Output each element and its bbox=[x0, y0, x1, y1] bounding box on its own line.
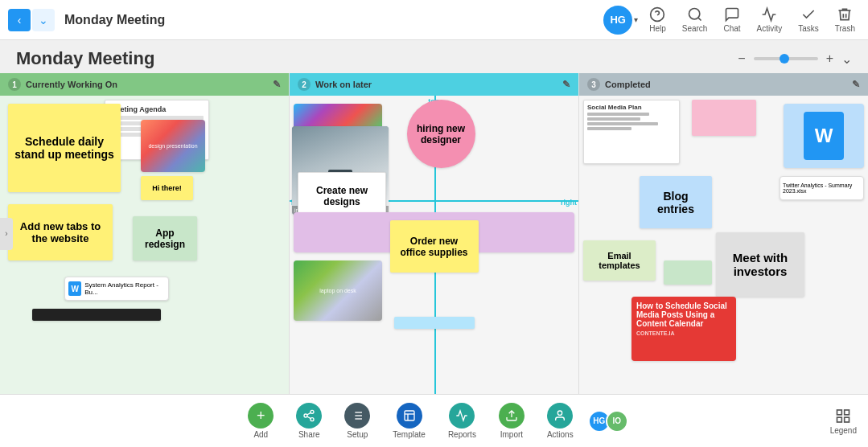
twitter-analytics-card[interactable]: Twitter Analytics - Summary 2023.xlsx bbox=[780, 176, 864, 200]
word-doc-text: System Analytics Report - Bu... bbox=[84, 281, 165, 296]
red-card-sub: CONTENTE.IA bbox=[636, 330, 731, 336]
col-body-2: top left right hiring new designer tech … bbox=[290, 96, 578, 394]
hiring-designer-card[interactable]: hiring new designer bbox=[407, 100, 475, 168]
avatar-toolbar-2: IO bbox=[606, 410, 628, 433]
legend-button[interactable]: Legend bbox=[827, 404, 860, 437]
col-edit-2[interactable]: ✎ bbox=[562, 79, 570, 90]
col-body-1: Meeting Agenda Schedule daily stand up m… bbox=[0, 96, 289, 394]
legend-icon bbox=[835, 408, 851, 424]
word-doc-col3[interactable]: W bbox=[784, 104, 864, 168]
social-media-post-card[interactable]: How to Schedule Social Media Posts Using… bbox=[631, 297, 736, 361]
reports-button[interactable]: Reports bbox=[440, 400, 484, 442]
dropdown-button[interactable]: ⌄ bbox=[32, 9, 55, 31]
zoom-thumb[interactable] bbox=[780, 54, 789, 64]
app-redesign-text: App redesign bbox=[139, 228, 191, 250]
email-templates-text: Email templates bbox=[590, 251, 649, 270]
board: › 1 Currently Working On ✎ Meeting Agend… bbox=[0, 73, 868, 394]
avatar-group: HG IO bbox=[588, 410, 628, 433]
red-card-title: How to Schedule Social Media Posts Using… bbox=[636, 301, 731, 328]
nav-arrows: ‹ ⌄ bbox=[8, 9, 55, 31]
svg-rect-15 bbox=[405, 411, 414, 420]
search-button[interactable]: Search bbox=[677, 3, 713, 36]
avatar-dropdown[interactable]: ▾ bbox=[634, 15, 638, 24]
word-icon: W bbox=[68, 281, 81, 296]
bottom-toolbar: + Add Share Setup Template Reports Impor… bbox=[0, 394, 868, 447]
word-doc-card-1[interactable]: W System Analytics Report - Bu... bbox=[64, 277, 169, 301]
svg-point-4 bbox=[311, 410, 314, 413]
meet-investors-card[interactable]: Meet with investors bbox=[716, 232, 804, 297]
help-button[interactable]: Help bbox=[644, 3, 671, 36]
laptop-photo-card[interactable]: laptop on desk bbox=[294, 260, 382, 321]
schedule-meetings-text: Schedule daily stand up meetings bbox=[14, 135, 114, 161]
svg-rect-22 bbox=[845, 417, 849, 422]
avatar-button[interactable]: HG bbox=[603, 6, 632, 35]
smp-item-1 bbox=[587, 113, 649, 116]
green-small-card[interactable] bbox=[664, 260, 712, 285]
column-currently-working-on: 1 Currently Working On ✎ Meeting Agenda … bbox=[0, 73, 290, 394]
col-header-1: 1 Currently Working On ✎ bbox=[0, 73, 289, 96]
add-tabs-card[interactable]: Add new tabs to the website bbox=[8, 204, 113, 260]
trash-icon bbox=[837, 6, 853, 23]
app-redesign-card[interactable]: App redesign bbox=[133, 216, 197, 260]
share-button[interactable]: Share bbox=[288, 400, 330, 442]
email-templates-card[interactable]: Email templates bbox=[583, 240, 656, 281]
axis-right-label: right bbox=[561, 199, 577, 207]
column-work-on-later: 2 Work on later ✎ top left right hiring … bbox=[290, 73, 579, 394]
svg-point-2 bbox=[689, 9, 699, 19]
view-toggle-button[interactable]: ⌄ bbox=[841, 51, 852, 67]
small-card-1[interactable]: Hi there! bbox=[141, 176, 193, 200]
col-edit-3[interactable]: ✎ bbox=[852, 79, 860, 90]
import-button[interactable]: Import bbox=[491, 400, 533, 442]
main-area: Monday Meeting − + ⌄ › 1 Currently Worki… bbox=[0, 40, 868, 394]
page-title: Monday Meeting bbox=[16, 48, 154, 69]
order-supplies-card[interactable]: Order new office supplies bbox=[390, 220, 479, 273]
word-icon-large: W bbox=[804, 112, 844, 160]
back-button[interactable]: ‹ bbox=[8, 9, 31, 31]
add-button[interactable]: + Add bbox=[240, 400, 282, 442]
actions-icon bbox=[547, 403, 573, 429]
tasks-button[interactable]: Tasks bbox=[793, 3, 824, 36]
hiring-text: hiring new designer bbox=[415, 123, 467, 146]
small-card-1-text: Hi there! bbox=[152, 184, 182, 192]
chat-button[interactable]: Chat bbox=[718, 3, 745, 36]
search-icon bbox=[687, 6, 703, 23]
blog-entries-text: Blog entries bbox=[646, 190, 706, 215]
pink-card-top[interactable] bbox=[692, 100, 756, 136]
svg-point-6 bbox=[311, 418, 314, 421]
svg-line-7 bbox=[307, 416, 311, 419]
svg-rect-21 bbox=[845, 410, 849, 415]
image-1: design presentation bbox=[141, 120, 205, 172]
social-media-plan-card[interactable]: Social Media Plan bbox=[583, 100, 680, 164]
activity-button[interactable]: Activity bbox=[752, 3, 788, 36]
setup-button[interactable]: Setup bbox=[336, 400, 378, 442]
trash-button[interactable]: Trash bbox=[830, 3, 860, 36]
actions-button[interactable]: Actions bbox=[539, 400, 582, 442]
help-icon bbox=[649, 6, 665, 23]
page-header: Monday Meeting − + ⌄ bbox=[0, 40, 868, 73]
col-num-3: 3 bbox=[587, 78, 600, 91]
blog-entries-card[interactable]: Blog entries bbox=[640, 176, 712, 228]
nav-title: Monday Meeting bbox=[64, 13, 603, 27]
col-num-2: 2 bbox=[298, 78, 311, 91]
chat-icon bbox=[724, 6, 740, 23]
add-icon: + bbox=[248, 403, 274, 429]
setup-icon bbox=[344, 403, 370, 429]
laptop-photo: laptop on desk bbox=[294, 260, 382, 321]
smp-title: Social Media Plan bbox=[587, 104, 676, 111]
col-edit-1[interactable]: ✎ bbox=[273, 79, 281, 90]
template-button[interactable]: Template bbox=[385, 400, 434, 442]
svg-line-8 bbox=[307, 412, 311, 415]
col-label-2: Work on later bbox=[315, 80, 372, 89]
light-blue-bar[interactable] bbox=[394, 317, 475, 329]
bottom-bar-card[interactable] bbox=[32, 309, 161, 321]
zoom-slider[interactable] bbox=[754, 57, 818, 60]
image-card-1[interactable]: design presentation bbox=[141, 120, 205, 172]
left-sidebar-toggle[interactable]: › bbox=[0, 218, 13, 250]
create-designs-text: Create new designs bbox=[305, 185, 379, 207]
col-num-1: 1 bbox=[8, 78, 21, 91]
add-tabs-text: Add new tabs to the website bbox=[14, 220, 106, 244]
zoom-minus-button[interactable]: − bbox=[734, 50, 748, 68]
svg-point-19 bbox=[558, 411, 562, 415]
zoom-plus-button[interactable]: + bbox=[823, 50, 837, 68]
schedule-meetings-card[interactable]: Schedule daily stand up meetings bbox=[8, 104, 121, 192]
